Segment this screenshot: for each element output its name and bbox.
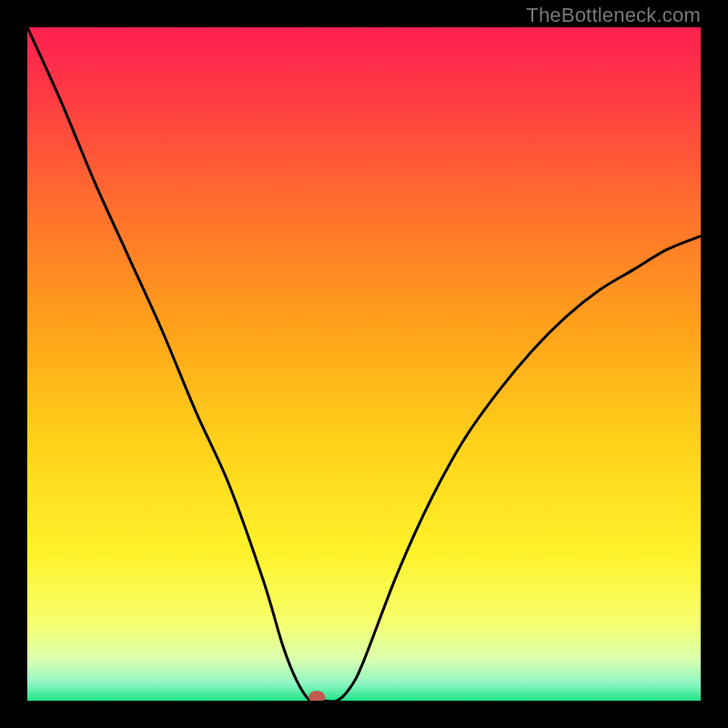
bottleneck-chart	[27, 27, 701, 701]
watermark-text: TheBottleneck.com	[526, 4, 701, 27]
chart-container: TheBottleneck.com	[0, 0, 728, 728]
gradient-background	[27, 27, 701, 701]
plot-area	[27, 27, 701, 701]
